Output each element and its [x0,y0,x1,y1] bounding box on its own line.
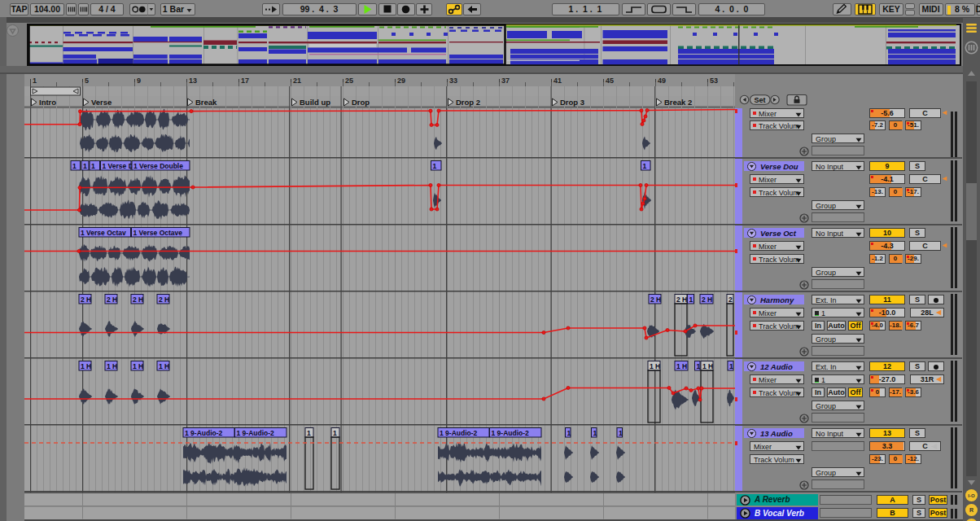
svg-text:1: 1 [307,429,311,437]
svg-text:1: 1 [697,362,701,370]
svg-text:1 H: 1 H [133,362,143,370]
svg-text:1 9-Audio-2: 1 9-Audio-2 [440,429,478,437]
svg-text:1 H: 1 H [676,362,687,370]
svg-text:33: 33 [449,77,457,85]
svg-text:17: 17 [241,77,249,85]
svg-text:1 H: 1 H [650,362,660,370]
svg-text:1 Verse D: 1 Verse D [103,162,133,170]
svg-text:53: 53 [710,77,718,85]
svg-text:1: 1 [643,162,647,170]
svg-text:1 Verse Octav: 1 Verse Octav [81,229,126,237]
svg-text:1 Verse Octave: 1 Verse Octave [133,229,183,237]
svg-text:1 H: 1 H [107,362,117,370]
svg-text:Intro: Intro [39,98,56,107]
svg-text:1 9-Audio-2: 1 9-Audio-2 [492,429,530,437]
svg-text:Set: Set [755,96,766,104]
svg-text:2 H: 2 H [702,296,712,304]
svg-text:21: 21 [293,77,301,85]
svg-text:1 Verse Double: 1 Verse Double [133,162,183,170]
svg-text:1 H: 1 H [159,362,169,370]
svg-text:45: 45 [606,77,614,85]
svg-text:9: 9 [137,77,141,85]
svg-text:1: 1 [72,162,77,170]
svg-text:Drop 3: Drop 3 [560,98,584,107]
svg-text:2 H: 2 H [159,296,169,304]
svg-text:Build up: Build up [300,98,330,107]
svg-text:Drop 2: Drop 2 [456,98,480,107]
svg-text:1 H: 1 H [702,362,713,370]
svg-text:1: 1 [91,162,95,170]
svg-text:1: 1 [619,429,623,437]
svg-text:1 9-Audio-2: 1 9-Audio-2 [237,429,275,437]
svg-text:1: 1 [689,296,693,304]
svg-text:1: 1 [567,429,571,437]
svg-text:1: 1 [593,429,597,437]
svg-text:1: 1 [729,362,733,370]
svg-text:1 H: 1 H [81,362,91,370]
svg-text:1: 1 [433,162,437,170]
svg-text:2 H: 2 H [676,296,687,304]
svg-text:1: 1 [33,77,37,85]
svg-text:2 H: 2 H [81,296,91,304]
svg-text:2 H: 2 H [133,296,143,304]
svg-text:13: 13 [189,77,197,85]
svg-text:Break: Break [195,98,217,107]
svg-text:41: 41 [553,77,562,85]
svg-text:1 9-Audio-2: 1 9-Audio-2 [185,429,223,437]
svg-text:37: 37 [501,77,510,85]
svg-text:25: 25 [345,77,353,85]
svg-text:1: 1 [333,429,337,437]
svg-text:1: 1 [83,162,87,170]
svg-text:Drop: Drop [352,98,370,107]
svg-text:5: 5 [85,77,89,85]
svg-text:2 H: 2 H [107,296,117,304]
svg-text:2: 2 [728,296,733,304]
svg-text:Break 2: Break 2 [664,98,692,107]
svg-text:49: 49 [658,77,666,85]
svg-text:2 H: 2 H [650,296,661,304]
svg-text:29: 29 [397,77,405,85]
svg-text:Verse: Verse [91,98,112,107]
